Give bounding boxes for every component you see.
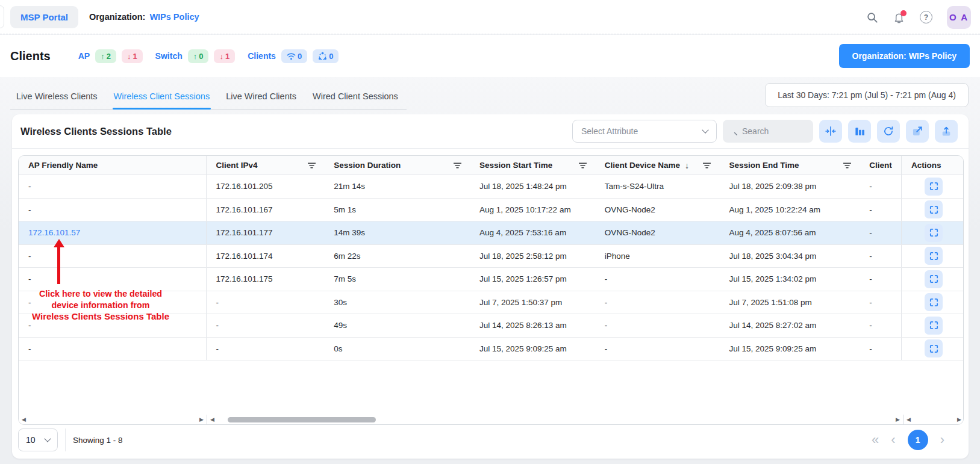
table-row[interactable]: -172.16.101.1675m 1sAug 1, 2025 10:17:22… [19, 199, 963, 222]
next-page-button[interactable]: › [940, 434, 944, 446]
upload-icon [940, 125, 952, 137]
avatar[interactable]: O A [947, 6, 971, 29]
open-external-button[interactable] [906, 120, 929, 143]
scroll-right-icon[interactable]: ▶ [896, 416, 900, 422]
table-cell: 49s [324, 314, 470, 337]
organization-name-link[interactable]: WIPs Policy [149, 12, 199, 22]
table-cell: - [207, 314, 325, 337]
first-page-button[interactable]: « [872, 434, 879, 446]
collapse-columns-button[interactable] [819, 120, 842, 143]
table-row[interactable]: -172.16.101.1757m 5sJul 15, 2025 1:26:57… [19, 268, 963, 291]
table-row[interactable]: --30sJul 7, 2025 1:50:37 pm-Jul 7, 2025 … [19, 291, 963, 315]
arrow-up-icon: ↑ [193, 52, 198, 61]
table-cell: 0s [324, 338, 470, 360]
column-header-ap-friendly-name[interactable]: AP Friendly Name [19, 156, 207, 175]
scrollbar-segment[interactable]: ◀▶ [903, 415, 964, 424]
table-cell: Jul 15, 2025 1:26:57 pm [470, 268, 595, 291]
tab-live-wireless-clients[interactable]: Live Wireless Clients [16, 85, 98, 109]
scroll-right-icon[interactable]: ▶ [957, 416, 961, 422]
sort-desc-icon[interactable]: ↓ [685, 161, 689, 170]
column-header-client-ipv[interactable]: Client IPv [860, 156, 902, 175]
date-range-picker[interactable]: Last 30 Days: 7:21 pm (Jul 5) - 7:21 pm … [765, 83, 969, 107]
table-cell: Aug 1, 2025 10:22:24 am [719, 199, 860, 221]
sidebar-toggle-sliver[interactable] [0, 5, 4, 28]
table-header-row: AP Friendly NameClient IPv4Session Durat… [19, 156, 963, 175]
msp-portal-button[interactable]: MSP Portal [10, 6, 78, 28]
expand-row-button[interactable] [925, 178, 943, 196]
filter-icon[interactable] [454, 162, 461, 169]
scrollbar-thumb[interactable] [228, 417, 376, 422]
column-header-session-end-time[interactable]: Session End Time [719, 156, 860, 175]
column-header-client-ipv4[interactable]: Client IPv4 [207, 156, 325, 175]
column-header-session-duration[interactable]: Session Duration [324, 156, 470, 175]
search-input[interactable] [742, 126, 802, 136]
filter-icon[interactable] [703, 162, 711, 169]
search-icon[interactable] [866, 11, 878, 23]
tab-wired-client-sessions[interactable]: Wired Client Sessions [313, 85, 398, 109]
table-row[interactable]: -172.16.101.20521m 14sJul 18, 2025 1:48:… [19, 175, 963, 199]
columns-button[interactable] [848, 120, 871, 143]
column-header-client-device-name[interactable]: Client Device Name↓ [595, 156, 720, 175]
expand-row-button[interactable] [925, 200, 943, 218]
notifications-bell-icon[interactable] [893, 11, 905, 24]
count-up-badge: ↑2 [95, 49, 116, 63]
table-cell: - [19, 199, 207, 221]
expand-row-button[interactable] [925, 247, 943, 265]
scroll-left-icon[interactable]: ◀ [22, 416, 26, 422]
tab-wireless-client-sessions[interactable]: Wireless Client Sessions [114, 85, 210, 109]
notification-dot [900, 10, 907, 16]
filter-icon[interactable] [579, 162, 587, 169]
expand-row-button[interactable] [925, 224, 943, 242]
table-cell: 172.16.101.175 [207, 268, 325, 291]
organization-button[interactable]: Organization: WIPs Policy [839, 44, 970, 68]
table-row[interactable]: -172.16.101.1746m 22sJul 18, 2025 2:58:1… [19, 245, 963, 268]
expand-icon [929, 181, 939, 191]
expand-icon [929, 227, 939, 238]
help-icon[interactable]: ? [920, 11, 932, 23]
scrollbar-segment[interactable]: ◀▶ [19, 415, 207, 424]
page-size-select[interactable]: 10 [18, 428, 58, 451]
scroll-left-icon[interactable]: ◀ [907, 416, 911, 422]
table-cell: - [19, 245, 207, 268]
count-up-badge: ↑0 [188, 49, 209, 63]
table-search[interactable] [723, 120, 813, 143]
expand-row-button[interactable] [925, 270, 943, 288]
upload-button[interactable] [935, 120, 958, 143]
client-ip-link[interactable]: 172.16.101.57 [28, 228, 80, 237]
table-footer: 10 Showing 1 - 8 « ‹ 1 › [18, 428, 958, 451]
scroll-right-icon[interactable]: ▶ [199, 416, 204, 422]
expand-row-button[interactable] [925, 293, 943, 311]
actions-cell [902, 245, 963, 268]
table-cell: Jul 7, 2025 1:51:08 pm [719, 291, 860, 314]
expand-icon [929, 344, 939, 354]
table-cell: - [207, 291, 325, 314]
table-cell: Jul 18, 2025 1:48:24 pm [470, 175, 595, 198]
filter-icon[interactable] [843, 162, 851, 169]
table-cell: 6m 22s [324, 245, 470, 268]
expand-row-button[interactable] [925, 317, 943, 335]
refresh-button[interactable] [877, 120, 900, 143]
table-cell: - [860, 314, 902, 337]
filter-icon[interactable] [308, 162, 316, 169]
tab-live-wired-clients[interactable]: Live Wired Clients [226, 85, 296, 109]
table-cell: - [860, 175, 902, 198]
scrollbar-segment[interactable]: ◀▶ [207, 415, 903, 424]
table-row[interactable]: --49sJul 14, 2025 8:26:13 am-Jul 14, 202… [19, 314, 963, 338]
actions-cell [902, 199, 963, 221]
horizontal-scrollbar[interactable]: ◀▶◀▶◀▶ [19, 415, 963, 424]
column-header-session-start-time[interactable]: Session Start Time [470, 156, 595, 175]
expand-row-button[interactable] [925, 339, 943, 357]
prev-page-button[interactable]: ‹ [891, 434, 895, 446]
table-cell: 14m 39s [324, 221, 470, 244]
table-cell: iPhone [595, 245, 720, 268]
scroll-left-icon[interactable]: ◀ [210, 416, 214, 422]
pagination: « ‹ 1 › [872, 430, 944, 450]
column-header-actions[interactable]: Actions [902, 156, 963, 175]
refresh-icon [882, 125, 894, 137]
table-row[interactable]: 172.16.101.57172.16.101.17714m 39sAug 4,… [19, 221, 963, 245]
select-attribute-dropdown[interactable]: Select Attribute [572, 120, 717, 143]
page-header: Clients AP↑2↓1Switch↑0↓1Clients00 Organi… [0, 35, 980, 77]
table-cell: - [860, 221, 902, 244]
current-page-button[interactable]: 1 [908, 430, 928, 450]
table-row[interactable]: --0sJul 15, 2025 9:09:25 am-Jul 15, 2025… [19, 338, 963, 361]
